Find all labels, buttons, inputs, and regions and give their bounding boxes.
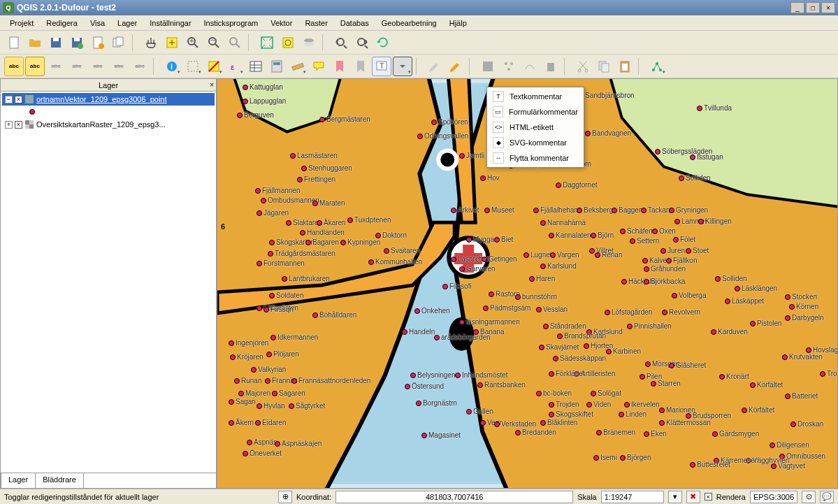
menu-installningar[interactable]: Inställningar bbox=[144, 17, 196, 29]
crs-button[interactable]: ⊙ bbox=[802, 491, 816, 503]
menu-visa[interactable]: Visa bbox=[85, 17, 110, 29]
crs-field[interactable]: EPSG:3006 bbox=[750, 491, 797, 503]
zoom-to-selection-button[interactable] bbox=[278, 33, 298, 52]
tree-expand-icon[interactable]: + bbox=[5, 121, 13, 129]
menu-svg-kommentar[interactable]: ◆SVG-kommentar bbox=[489, 135, 582, 150]
tree-collapse-icon[interactable]: − bbox=[5, 96, 13, 103]
separator bbox=[638, 58, 644, 75]
menu-lager[interactable]: Lager bbox=[112, 17, 143, 29]
menu-projekt[interactable]: Projekt bbox=[4, 17, 39, 29]
status-hint: Togglar redigeringstillståndet för aktue… bbox=[4, 493, 159, 501]
coord-field[interactable]: 481803,7007416 bbox=[335, 491, 573, 503]
menu-hjalp[interactable]: Hjälp bbox=[444, 17, 472, 29]
copy-button[interactable] bbox=[594, 57, 614, 76]
composer-manager-button[interactable] bbox=[109, 33, 129, 52]
add-feature-button[interactable] bbox=[478, 57, 498, 76]
zoom-native-button[interactable] bbox=[225, 33, 245, 52]
move-feature-button[interactable] bbox=[499, 57, 519, 76]
menubar: Projekt Redigera Visa Lager Inställninga… bbox=[0, 15, 838, 31]
delete-selected-button[interactable] bbox=[541, 57, 561, 76]
render-checkbox[interactable]: × bbox=[705, 493, 712, 501]
menu-insticksprogram[interactable]: Insticksprogram bbox=[198, 17, 264, 29]
messages-button[interactable]: 💬 bbox=[820, 491, 834, 503]
label-change-button[interactable]: abc bbox=[130, 57, 150, 76]
select-button[interactable] bbox=[183, 57, 203, 76]
stop-render-button[interactable]: ✖ bbox=[686, 491, 700, 503]
save-edits-button[interactable] bbox=[446, 57, 465, 76]
zoom-full-button[interactable] bbox=[257, 33, 277, 52]
layer-item-oversikt[interactable]: + × OversiktskartanRaster_1209_epsg3... bbox=[2, 118, 215, 131]
layers-panel-title: Lager bbox=[99, 81, 118, 89]
svg-rect-4 bbox=[74, 38, 80, 41]
layer-tree[interactable]: − × ortnamnVektor_1209_epsg3006_point + … bbox=[1, 92, 216, 473]
menu-redigera[interactable]: Redigera bbox=[41, 17, 83, 29]
menu-item-label: Flytta kommentar bbox=[510, 154, 569, 162]
toggle-editing-button[interactable] bbox=[425, 57, 445, 76]
label-pin-button[interactable]: abc bbox=[46, 57, 66, 76]
text-annotation-button[interactable]: T bbox=[372, 57, 391, 76]
layers-panel-close-icon[interactable]: × bbox=[210, 81, 214, 89]
label-rotate-button[interactable]: abc bbox=[109, 57, 129, 76]
field-calc-button[interactable] bbox=[267, 57, 287, 76]
menu-raster[interactable]: Raster bbox=[299, 17, 333, 29]
svg-rect-28 bbox=[188, 62, 198, 71]
measure-button[interactable] bbox=[288, 57, 308, 76]
expression-select-button[interactable]: ε bbox=[225, 57, 245, 76]
menu-textkommentar[interactable]: TTextkommentar bbox=[489, 89, 582, 104]
attribute-table-button[interactable] bbox=[246, 57, 266, 76]
zoom-to-layer-button[interactable] bbox=[299, 33, 319, 52]
layers-panel-header: Lager × bbox=[1, 79, 216, 92]
svg-point-42 bbox=[505, 62, 507, 65]
point-symbol-icon bbox=[27, 107, 37, 117]
pan-to-selection-button[interactable] bbox=[162, 33, 182, 52]
new-bookmark-button[interactable] bbox=[330, 57, 349, 76]
node-tool-button[interactable] bbox=[520, 57, 540, 76]
svg-line-18 bbox=[236, 44, 240, 48]
label-layer-button[interactable]: abc bbox=[25, 57, 45, 76]
identify-button[interactable]: i bbox=[162, 57, 182, 76]
label-show-button[interactable]: abc bbox=[67, 57, 87, 76]
label-tool-button[interactable]: abc bbox=[4, 57, 24, 76]
print-composer-button[interactable] bbox=[88, 33, 108, 52]
tab-bladdrare[interactable]: Bläddrare bbox=[35, 473, 84, 488]
svg-rect-41 bbox=[483, 62, 493, 71]
menu-geobearbetning[interactable]: Geobearbetning bbox=[376, 17, 442, 29]
close-button[interactable]: × bbox=[821, 2, 835, 13]
svg-point-17 bbox=[230, 38, 237, 45]
menu-html-etikett[interactable]: <>HTML-etikett bbox=[489, 120, 582, 135]
label-move-button[interactable]: abc bbox=[88, 57, 108, 76]
paste-button[interactable] bbox=[615, 57, 635, 76]
svg-text:6: 6 bbox=[221, 222, 225, 231]
coord-capture-button[interactable]: ⊕ bbox=[278, 491, 292, 503]
new-project-button[interactable] bbox=[4, 33, 24, 52]
refresh-button[interactable] bbox=[373, 33, 393, 52]
zoom-last-button[interactable] bbox=[331, 33, 351, 52]
map-tips-button[interactable] bbox=[309, 57, 328, 76]
menu-formularkommentar[interactable]: ▭Formulärkommentar bbox=[489, 104, 582, 120]
open-project-button[interactable] bbox=[25, 33, 45, 52]
tab-lager[interactable]: Lager bbox=[1, 473, 36, 488]
scale-lock-button[interactable]: ▾ bbox=[668, 491, 682, 503]
cut-button[interactable] bbox=[573, 57, 593, 76]
svg-rect-32 bbox=[250, 62, 261, 71]
menu-databas[interactable]: Databas bbox=[335, 17, 375, 29]
pan-button[interactable] bbox=[141, 33, 161, 52]
zoom-in-button[interactable]: + bbox=[183, 33, 203, 52]
save-project-button[interactable] bbox=[46, 33, 66, 52]
save-as-button[interactable] bbox=[67, 33, 87, 52]
svg-point-63 bbox=[440, 152, 454, 166]
bookmarks-button[interactable] bbox=[351, 57, 370, 76]
annotation-dropdown-button[interactable] bbox=[393, 57, 412, 76]
deselect-button[interactable] bbox=[204, 57, 224, 76]
menu-vektor[interactable]: Vektor bbox=[265, 17, 298, 29]
layer-visibility-checkbox[interactable]: × bbox=[15, 121, 22, 129]
minimize-button[interactable]: _ bbox=[790, 2, 804, 13]
scale-field[interactable]: 1:19247 bbox=[601, 491, 664, 503]
maximize-button[interactable]: □ bbox=[806, 2, 820, 13]
layer-visibility-checkbox[interactable]: × bbox=[15, 96, 22, 103]
layer-item-ortnamn[interactable]: − × ortnamnVektor_1209_epsg3006_point bbox=[2, 93, 215, 106]
zoom-next-button[interactable] bbox=[352, 33, 372, 52]
vector-nodes-button[interactable] bbox=[647, 57, 667, 76]
zoom-out-button[interactable]: − bbox=[204, 33, 224, 52]
menu-flytta-kommentar[interactable]: ↔Flytta kommentar bbox=[489, 150, 582, 166]
